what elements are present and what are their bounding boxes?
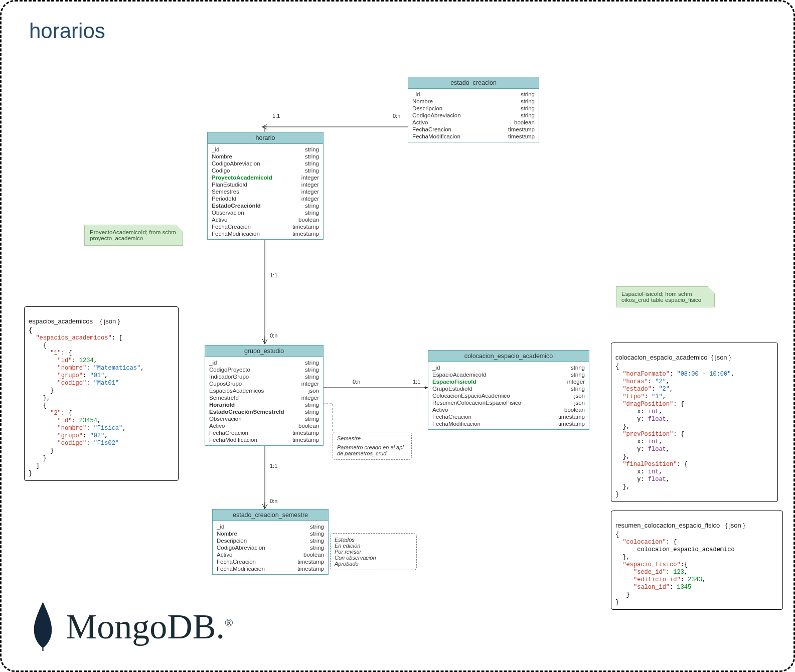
field-row: GrupoEstudioIdstring (432, 385, 585, 392)
logo-text: MongoDB.® (66, 607, 233, 647)
field-row: FechaCreaciontimestamp (217, 558, 324, 565)
leaf-icon (29, 601, 57, 653)
cardinality-label: 1:1 (413, 379, 420, 385)
cardinality-label: 0:n (270, 498, 277, 504)
jsonbox-colocacion: colocacion_espacio_academico { json }{ "… (611, 343, 778, 502)
mongodb-logo: MongoDB.® (29, 601, 233, 653)
note-title: Semestre (337, 435, 407, 441)
field-row: EspaciosAcademicosjson (209, 387, 319, 394)
field-row: CodigoProyectostring (209, 366, 319, 373)
field-row: FechaCreaciontimestamp (412, 126, 535, 133)
field-row: ResumenColocacionEspacioFisicojson (432, 399, 585, 406)
field-row: Activoboolean (432, 406, 585, 413)
field-row: ProyectoAcademicoIdinteger (212, 174, 319, 181)
field-row: FechaModificaciontimestamp (412, 133, 535, 140)
note-body: Parametro creado en el api de parametros… (337, 444, 407, 456)
entity-header: colocacion_espacio_academico (428, 351, 589, 362)
entity-estado-creacion[interactable]: estado_creacion _idstringNombrestringDes… (408, 77, 539, 142)
cardinality-label: 1:1 (270, 272, 277, 278)
note-estados: Estados En edición Por revisar Con obser… (330, 533, 417, 570)
field-row: ColocacionEspacioAcademicojson (432, 392, 585, 399)
jsonbox-espacios-academicos: espacios_academicos { json }{ "espacios_… (24, 306, 179, 481)
diagram-canvas: horarios 1:1 0:n 1:1 0:n 0:n 1:1 (0, 0, 795, 672)
field-row: SemestreIdinteger (209, 394, 319, 401)
field-row: CodigoAbreviacionstring (412, 112, 535, 119)
entity-header: grupo_estudio (205, 346, 323, 357)
list-item: Aprobado (335, 561, 412, 567)
field-row: FechaCreaciontimestamp (212, 223, 319, 230)
field-row: Descripcionstring (412, 105, 535, 112)
cardinality-label: 0:n (353, 379, 360, 385)
field-row: FechaModificaciontimestamp (209, 436, 319, 443)
field-row: Activoboolean (212, 216, 319, 223)
field-row: EspacioAcademicoIdstring (432, 371, 585, 378)
note-espacio-fisico: EspacioFisicoId; from schm oikos_crud ta… (616, 286, 715, 307)
field-row: PlanEstudioIdinteger (212, 181, 319, 188)
field-row: Observacionstring (209, 415, 319, 422)
note-proyecto: ProyectoAcademicoId; from schm proyecto_… (84, 225, 183, 246)
field-row: EstadoCreaciónSemestreIdstring (209, 408, 319, 415)
field-row: HorarioIdstring (209, 401, 319, 408)
json-title: espacios_academicos { json } (29, 317, 174, 327)
cardinality-label: 1:1 (270, 463, 277, 469)
field-row: Descripcionstring (217, 537, 324, 544)
field-row: FechaCreaciontimestamp (209, 429, 319, 436)
field-row: IndicadorGrupostring (209, 373, 319, 380)
entity-header: horario (208, 132, 323, 144)
cardinality-label: 1:1 (272, 113, 280, 119)
field-row: FechaCreaciontimestamp (432, 413, 585, 420)
field-row: CodigoAbreviacionstring (217, 544, 324, 551)
field-row: EstadoCreaciónIdstring (212, 202, 319, 209)
field-row: CuposGrupointeger (209, 380, 319, 387)
field-row: Observacionstring (212, 209, 319, 216)
list-item: En edición (335, 543, 412, 549)
entity-colocacion-espacio-academico[interactable]: colocacion_espacio_academico _idstringEs… (428, 350, 589, 430)
field-row: _idstring (209, 359, 319, 366)
field-row: Semestresinteger (212, 188, 319, 195)
field-row: FechaModificaciontimestamp (212, 230, 319, 237)
field-row: Nombrestring (212, 153, 319, 160)
field-row: CodigoAbreviacionstring (212, 160, 319, 167)
jsonbox-resumen: resumen_colocacion_espacio_fisico { json… (611, 511, 783, 610)
field-row: Codigostring (212, 167, 319, 174)
cardinality-label: 0:n (393, 113, 400, 119)
entity-header: estado_creacion (408, 77, 539, 89)
field-row: Activoboolean (209, 422, 319, 429)
entity-horario[interactable]: horario _idstringNombrestringCodigoAbrev… (207, 132, 324, 240)
field-row: _idstring (432, 364, 585, 371)
field-row: FechaModificaciontimestamp (217, 565, 324, 572)
entity-header: estado_creacion_semestre (213, 510, 328, 521)
field-row: Nombrestring (217, 530, 324, 537)
field-row: PeriodoIdinteger (212, 195, 319, 202)
field-row: FechaModificaciontimestamp (432, 420, 585, 427)
note-semestre: Semestre Parametro creado en el api de p… (333, 432, 412, 460)
field-row: Activoboolean (217, 551, 324, 558)
entity-estado-creacion-semestre[interactable]: estado_creacion_semestre _idstringNombre… (212, 509, 329, 575)
page-title: horarios (29, 19, 105, 43)
entity-grupo-estudio[interactable]: grupo_estudio _idstringCodigoProyectostr… (205, 345, 324, 446)
cardinality-label: 0:n (270, 332, 277, 339)
field-row: _idstring (217, 523, 324, 530)
json-title: resumen_colocacion_espacio_fisico { json… (615, 522, 778, 531)
field-row: _idstring (412, 91, 535, 98)
field-row: _idstring (212, 146, 319, 153)
list-item: Por revisar (335, 549, 412, 555)
note-title: Estados (335, 537, 412, 543)
field-row: Nombrestring (412, 98, 535, 105)
field-row: EspacioFisicoIdinteger (432, 378, 585, 385)
json-title: colocacion_espacio_academico { json } (615, 354, 773, 363)
field-row: Activoboolean (412, 119, 535, 126)
list-item: Con observación (335, 555, 412, 561)
